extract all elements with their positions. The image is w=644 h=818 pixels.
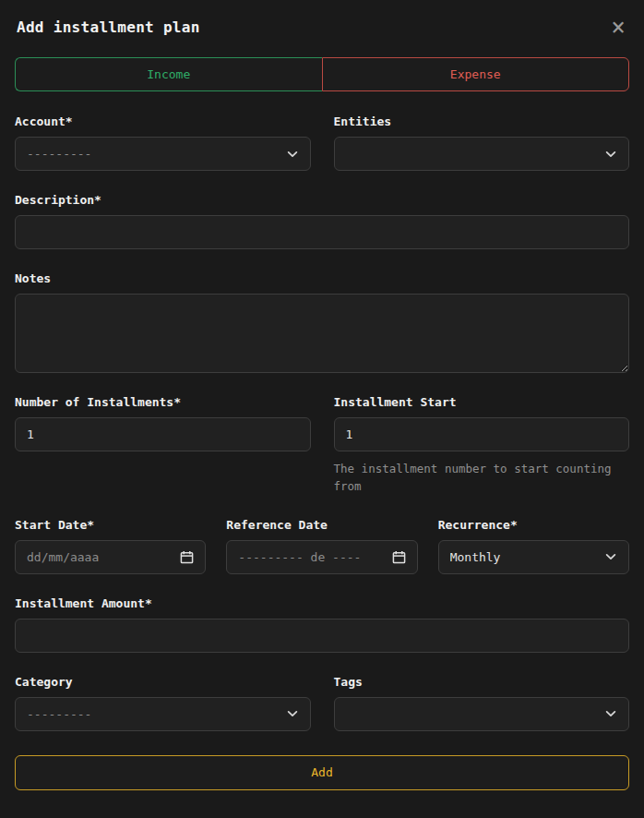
installment-start-help: The installment number to start counting… xyxy=(334,460,630,496)
installment-start-input[interactable] xyxy=(334,417,630,451)
page-title: Add installment plan xyxy=(17,18,200,36)
chevron-down-icon xyxy=(286,707,299,720)
category-select-value: --------- xyxy=(27,707,279,721)
chevron-down-icon xyxy=(286,148,299,161)
chevron-down-icon xyxy=(604,707,617,720)
calendar-icon xyxy=(180,550,194,564)
account-select-value: --------- xyxy=(27,147,279,161)
recurrence-field-group: Recurrence* Monthly xyxy=(438,518,629,574)
expense-tab[interactable]: Expense xyxy=(322,57,630,91)
num-installments-input[interactable] xyxy=(15,417,311,451)
reference-date-placeholder: --------- de ---- xyxy=(238,550,384,564)
add-installment-plan-modal: Add installment plan × Income Expense Ac… xyxy=(0,0,644,805)
account-field-group: Account* --------- xyxy=(15,114,311,171)
entities-select[interactable] xyxy=(334,137,630,171)
start-date-input[interactable]: dd/mm/aaaa xyxy=(15,540,206,574)
account-label: Account* xyxy=(15,114,311,128)
category-field-group: Category --------- xyxy=(15,675,311,731)
modal-header: Add installment plan × xyxy=(15,0,629,57)
account-entities-row: Account* --------- Entities xyxy=(15,114,629,171)
category-label: Category xyxy=(15,675,311,689)
notes-textarea[interactable] xyxy=(15,294,629,373)
tags-select[interactable] xyxy=(334,697,630,731)
calendar-icon xyxy=(392,550,406,564)
installment-start-label: Installment Start xyxy=(334,395,630,409)
start-date-label: Start Date* xyxy=(15,518,206,532)
entities-field-group: Entities xyxy=(334,114,630,171)
recurrence-select[interactable]: Monthly xyxy=(438,540,629,574)
description-input[interactable] xyxy=(15,215,629,249)
dates-recurrence-row: Start Date* dd/mm/aaaa Reference Date --… xyxy=(15,518,629,574)
chevron-down-icon xyxy=(604,148,617,161)
num-installments-label: Number of Installments* xyxy=(15,395,311,409)
transaction-type-toggle: Income Expense xyxy=(15,57,629,91)
num-installments-field-group: Number of Installments* xyxy=(15,395,311,496)
category-tags-row: Category --------- Tags xyxy=(15,675,629,731)
start-date-placeholder: dd/mm/aaaa xyxy=(27,550,173,564)
reference-date-input[interactable]: --------- de ---- xyxy=(226,540,417,574)
recurrence-label: Recurrence* xyxy=(438,518,629,532)
installment-amount-field-group: Installment Amount* xyxy=(15,596,629,653)
reference-date-label: Reference Date xyxy=(226,518,417,532)
chevron-down-icon xyxy=(604,550,617,563)
reference-date-field-group: Reference Date --------- de ---- xyxy=(226,518,417,574)
installments-row: Number of Installments* Installment Star… xyxy=(15,395,629,496)
description-label: Description* xyxy=(15,193,629,207)
close-icon[interactable]: × xyxy=(609,15,627,39)
notes-label: Notes xyxy=(15,271,629,285)
add-button[interactable]: Add xyxy=(15,755,629,790)
start-date-field-group: Start Date* dd/mm/aaaa xyxy=(15,518,206,574)
recurrence-select-value: Monthly xyxy=(450,550,597,564)
installment-amount-label: Installment Amount* xyxy=(15,596,629,610)
installment-start-field-group: Installment Start The installment number… xyxy=(334,395,630,496)
tags-field-group: Tags xyxy=(334,675,630,731)
tags-label: Tags xyxy=(334,675,630,689)
description-field-group: Description* xyxy=(15,193,629,249)
installment-amount-input[interactable] xyxy=(15,619,629,653)
category-select[interactable]: --------- xyxy=(15,697,311,731)
account-select[interactable]: --------- xyxy=(15,137,311,171)
notes-field-group: Notes xyxy=(15,271,629,373)
entities-label: Entities xyxy=(334,114,630,128)
income-tab[interactable]: Income xyxy=(15,57,322,91)
